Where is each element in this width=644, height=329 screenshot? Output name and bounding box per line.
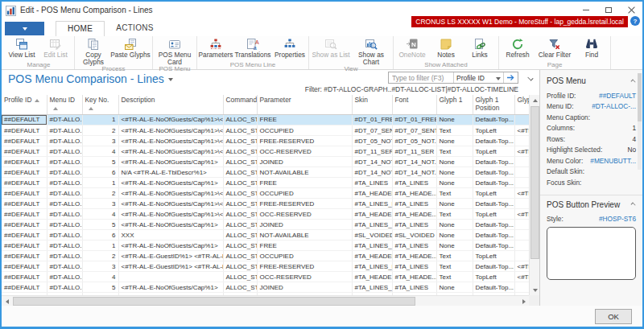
cell-skin[interactable]: #DT_07_SENT <box>352 125 392 136</box>
table-row[interactable]: ##DEFAULT#DT-ALLO...6XXXALLOC_ST...NOT-A… <box>2 230 529 241</box>
apply-filter-button[interactable] <box>503 72 518 83</box>
cell-profile-id[interactable]: ##DEFAULT <box>2 209 47 220</box>
cell-glyph-1-position[interactable]: TopLeft <box>473 251 514 261</box>
cell-font[interactable]: #DT_11_SER <box>392 146 436 157</box>
cell-skin[interactable]: #DT_01_FREE <box>352 115 392 125</box>
cell-key-no[interactable]: 4 <box>82 209 118 220</box>
cell-key-no[interactable]: 3 <box>82 136 118 146</box>
refresh-button[interactable]: Refresh <box>501 37 535 59</box>
cell-parameter[interactable]: JOINED <box>257 220 352 230</box>
cell-command[interactable]: ALLOC_ST... <box>223 251 257 261</box>
cell-glyph[interactable]: <#TR <box>514 125 529 136</box>
filter-field-select[interactable]: Profile ID <box>453 72 503 83</box>
cell-parameter[interactable]: FREE-RESERVED <box>257 136 352 146</box>
cell-description[interactable]: N/A <#TR-AL-E-TblDescr%1> <box>118 167 223 178</box>
column-header-menu-id[interactable]: Menu ID <box>47 95 82 114</box>
cell-profile-id[interactable]: ##DEFAULT <box>2 167 47 178</box>
ok-button[interactable]: OK <box>595 309 632 324</box>
cell-description[interactable]: <#TR-AL-E-NoOfGuests/Cap%1>\<#T... <box>118 188 223 199</box>
factbox-preview-header[interactable]: POS Button Preview <box>547 195 636 214</box>
cell-skin[interactable]: #TA_LINES_ <box>352 241 392 251</box>
cell-glyph-1-position[interactable]: TopLeft <box>473 125 514 136</box>
cell-glyph-1[interactable]: None <box>436 136 473 146</box>
table-row[interactable]: ##DEFAULT#DT-ALLO...1<#TR-AL-E-NoOfGuest… <box>2 178 529 188</box>
cell-menu-id[interactable]: #DT-ALLO... <box>47 136 82 146</box>
cell-parameter[interactable]: OCCUPIED <box>257 251 352 261</box>
cell-glyph-1-position[interactable]: Default-Top... <box>473 115 514 125</box>
cell-glyph[interactable]: <#TR <box>514 209 529 220</box>
cell-glyph-1-position[interactable]: Default-Top... <box>473 220 514 230</box>
horizontal-scrollbar[interactable] <box>2 295 529 306</box>
table-row[interactable]: ##DEFAULT#DT-ALLO...1<#TR-AL-E-NoOfGuest… <box>2 241 529 251</box>
cell-glyph[interactable] <box>514 241 529 251</box>
cell-command[interactable]: ALLOC_ST... <box>223 209 257 220</box>
translations-button[interactable]: aATranslations <box>233 37 273 59</box>
cell-key-no[interactable]: 2 <box>82 188 118 199</box>
cell-skin[interactable]: #TA_LINES_F... <box>352 261 392 272</box>
scroll-left-button[interactable] <box>2 296 12 306</box>
tab-home[interactable]: HOME <box>56 21 105 36</box>
cell-description[interactable]: <#TR-AL-E-NoOfGuests/Cap%1> <box>118 178 223 188</box>
cell-description[interactable]: <#TR-AL-E-NoOfGuests/Cap%1>\<#T... <box>118 199 223 209</box>
cell-glyph-1-position[interactable]: Default-Top... <box>473 199 514 209</box>
column-header-glyph-1-position[interactable]: Glyph 1 Position <box>473 95 514 114</box>
cell-menu-id[interactable]: #DT-ALLO... <box>47 241 82 251</box>
pos-menu-card-button[interactable]: POS Menu Card <box>155 37 195 65</box>
cell-glyph[interactable] <box>514 178 529 188</box>
cell-font[interactable]: #TA_HEADE... <box>392 188 436 199</box>
file-menu-button[interactable] <box>5 22 44 35</box>
clear-filter-button[interactable]: Clear Filter <box>535 37 575 59</box>
cell-glyph-1[interactable]: None <box>436 282 473 293</box>
column-header-description[interactable]: Description <box>118 95 223 114</box>
cell-menu-id[interactable]: #DT-ALLO... <box>47 167 82 178</box>
cell-profile-id[interactable]: ##DEFAULT <box>2 220 47 230</box>
cell-description[interactable]: <#TR-AL-E-GuestID%1> <#TR-AL-E-... <box>118 261 223 272</box>
cell-skin[interactable]: #TA_LINES_ <box>352 220 392 230</box>
tab-actions[interactable]: ACTIONS <box>105 21 165 36</box>
cell-font[interactable]: #DT_01_FREE <box>392 115 436 125</box>
cell-glyph-1-position[interactable]: Default-Top... <box>473 261 514 272</box>
cell-menu-id[interactable]: #DT-ALLO... <box>47 272 82 282</box>
cell-key-no[interactable]: 2 <box>82 125 118 136</box>
cell-command[interactable]: ALLOC_ST... <box>223 272 257 282</box>
cell-menu-id[interactable]: #DT-ALLO... <box>47 261 82 272</box>
cell-glyph[interactable] <box>514 230 529 241</box>
cell-glyph[interactable] <box>514 115 529 125</box>
style-value-link[interactable]: #HOSP-ST6 <box>599 215 636 223</box>
cell-description[interactable]: <#TR-AL-E-NoOfGuests/Cap%1>\<#T... <box>118 125 223 136</box>
cell-key-no[interactable]: 3 <box>82 199 118 209</box>
cell-profile-id[interactable]: ##DEFAULT <box>2 125 47 136</box>
cell-font[interactable]: #DT_14_NOT... <box>392 157 436 167</box>
notes-button[interactable]: Notes <box>429 37 463 59</box>
cell-font[interactable]: #DT_14_NOT... <box>392 167 436 178</box>
cell-glyph-1[interactable]: None <box>436 230 473 241</box>
cell-description[interactable]: <#TR-AL-E-NoOfGuests/Cap%1>\<#T... <box>118 115 223 125</box>
cell-glyph-1[interactable]: Text <box>436 188 473 199</box>
cell-glyph-1-position[interactable]: Default-Top... <box>473 241 514 251</box>
cell-command[interactable]: ALLOC_ST... <box>223 261 257 272</box>
collapse-page-chevron-icon[interactable] <box>528 76 535 80</box>
cell-glyph-1[interactable]: None <box>436 220 473 230</box>
cell-parameter[interactable]: OCC-RESERVED <box>257 209 352 220</box>
cell-key-no[interactable]: 5 <box>82 220 118 230</box>
cell-menu-id[interactable]: #DT-ALLO... <box>47 178 82 188</box>
copy-glyphs-button[interactable]: Copy Glyphs <box>76 37 110 65</box>
page-title[interactable]: POS Menu Comparison - Lines <box>8 72 173 85</box>
table-row[interactable]: ##DEFAULT#DT-ALLO...5<#TR-AL-E-NoOfGuest… <box>2 282 529 293</box>
cell-parameter[interactable]: FREE-RESERVED <box>257 199 352 209</box>
cell-menu-id[interactable]: #DT-ALLO... <box>47 230 82 241</box>
cell-glyph[interactable]: <#TR <box>514 146 529 157</box>
cell-profile-id[interactable]: ##DEFAULT <box>2 157 47 167</box>
find-button[interactable]: Find <box>575 37 609 59</box>
cell-glyph-1[interactable]: None <box>436 157 473 167</box>
cell-glyph-1[interactable]: Text <box>436 146 473 157</box>
column-header-command[interactable]: Command <box>223 95 257 114</box>
cell-menu-id[interactable]: #DT-ALLO... <box>47 125 82 136</box>
filter-input[interactable] <box>389 72 453 83</box>
cell-command[interactable]: ALLOC_ST... <box>223 167 257 178</box>
column-header-parameter[interactable]: Parameter <box>257 95 352 114</box>
cell-skin[interactable]: #DT_14_NOT... <box>352 167 392 178</box>
cell-menu-id[interactable]: #DT-ALLO... <box>47 199 82 209</box>
cell-skin[interactable]: #SL_VOIDED <box>352 230 392 241</box>
cell-glyph-1-position[interactable]: Default-Top... <box>473 136 514 146</box>
